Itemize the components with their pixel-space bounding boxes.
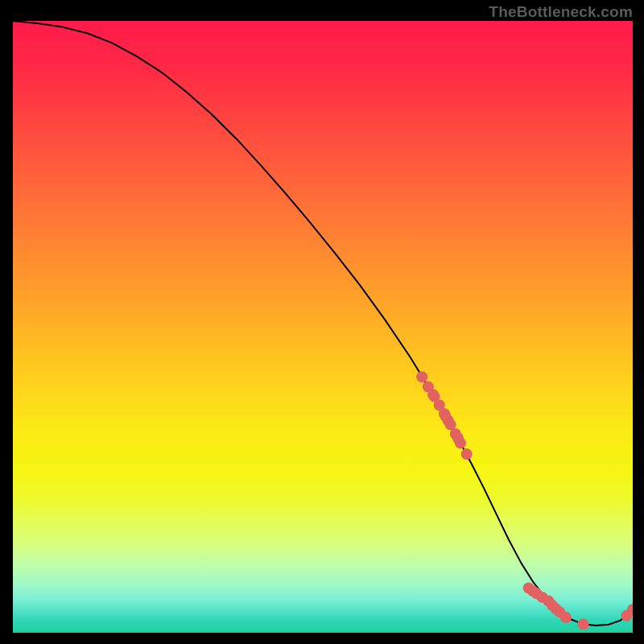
watermark-label: TheBottleneck.com xyxy=(489,3,633,21)
marker-cluster-descent xyxy=(455,437,466,448)
series-curve xyxy=(13,21,633,625)
marker-cluster-bottom xyxy=(577,618,588,630)
marker-cluster-descent xyxy=(416,371,427,382)
series-markers xyxy=(416,371,633,630)
chart-stage: TheBottleneck.com xyxy=(0,0,644,644)
chart-svg xyxy=(13,21,633,633)
marker-cluster-bottom xyxy=(560,612,572,623)
plot-area xyxy=(12,20,634,634)
curve-bottleneck-curve xyxy=(13,21,633,625)
marker-cluster-descent xyxy=(461,448,473,460)
